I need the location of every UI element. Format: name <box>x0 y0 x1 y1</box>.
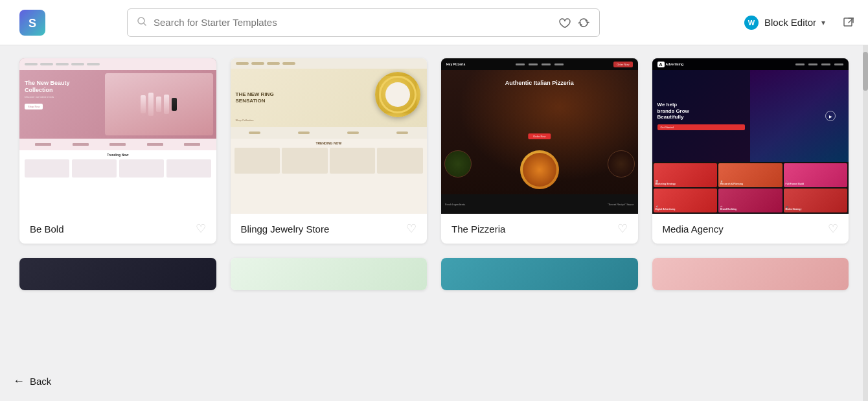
media-agency-preview: A Advertising We helpbrands GrowBeauti <box>652 58 849 214</box>
templates-grid-bottom <box>19 258 849 290</box>
header-actions: W Block Editor ▾ <box>737 11 855 34</box>
pizzeria-favorite-button[interactable]: ♡ <box>617 222 628 236</box>
scrollbar[interactable] <box>863 45 868 401</box>
back-button[interactable]: ← Back <box>13 374 51 388</box>
template-card-blingg[interactable]: THE NEW RINGSENSATION Shop Collection TR… <box>231 58 428 244</box>
svg-text:S: S <box>29 17 36 30</box>
block-editor-button[interactable]: W Block Editor ▾ <box>737 11 832 34</box>
svg-text:W: W <box>748 19 755 27</box>
media-agency-footer: Media Agency ♡ <box>652 214 849 244</box>
back-label: Back <box>30 376 51 387</box>
logo-area: S <box>13 10 52 36</box>
pizzeria-name: The Pizzeria <box>451 223 505 235</box>
main-content: The New BeautyCollection Discover our la… <box>0 45 868 401</box>
chevron-down-icon: ▾ <box>821 18 825 27</box>
media-agency-name: Media Agency <box>663 223 724 235</box>
wordpress-logo: W <box>744 15 759 30</box>
be-bold-footer: Be Bold ♡ <box>19 214 216 244</box>
blingg-name: Blingg Jewelry Store <box>241 223 330 235</box>
media-logo: A Advertising <box>657 62 684 67</box>
template-card-partial-2[interactable] <box>231 258 428 290</box>
pizzeria-footer: The Pizzeria ♡ <box>441 214 638 244</box>
be-bold-favorite-button[interactable]: ♡ <box>196 222 206 236</box>
media-services-grid: 📊 Marketing Strategy 📋 Research & Planni… <box>652 162 849 214</box>
template-card-partial-4[interactable] <box>652 258 849 290</box>
refresh-button[interactable] <box>577 16 590 29</box>
external-link-button[interactable] <box>842 16 855 29</box>
back-arrow-icon: ← <box>13 374 25 388</box>
block-editor-label: Block Editor <box>764 17 816 28</box>
templates-grid: The New BeautyCollection Discover our la… <box>19 58 849 244</box>
svg-line-3 <box>144 23 146 25</box>
svg-rect-6 <box>844 18 852 26</box>
be-bold-name: Be Bold <box>30 223 64 235</box>
search-icon <box>137 16 147 29</box>
template-card-media-agency[interactable]: A Advertising We helpbrands GrowBeauti <box>652 58 849 244</box>
template-card-partial-1[interactable] <box>19 258 216 290</box>
blingg-preview: THE NEW RINGSENSATION Shop Collection TR… <box>231 58 428 214</box>
media-agency-favorite-button[interactable]: ♡ <box>828 222 838 236</box>
template-card-pizzeria[interactable]: Hey Pizzeria Order Now Authentic Italian… <box>441 58 638 244</box>
pizzeria-preview: Hey Pizzeria Order Now Authentic Italian… <box>441 58 638 214</box>
app-logo: S <box>19 10 45 36</box>
play-button-overlay: ▶ <box>825 111 836 121</box>
search-input[interactable] <box>154 17 551 28</box>
be-bold-preview: The New BeautyCollection Discover our la… <box>19 58 216 214</box>
svg-line-9 <box>849 18 853 23</box>
search-bar[interactable] <box>127 8 600 37</box>
blingg-footer: Blingg Jewelry Store ♡ <box>231 214 428 244</box>
template-card-partial-3[interactable] <box>441 258 638 290</box>
scroll-thumb[interactable] <box>863 52 868 91</box>
blingg-favorite-button[interactable]: ♡ <box>406 222 417 236</box>
app-header: S W <box>0 0 868 45</box>
template-card-be-bold[interactable]: The New BeautyCollection Discover our la… <box>19 58 216 244</box>
favorites-button[interactable] <box>558 16 571 29</box>
